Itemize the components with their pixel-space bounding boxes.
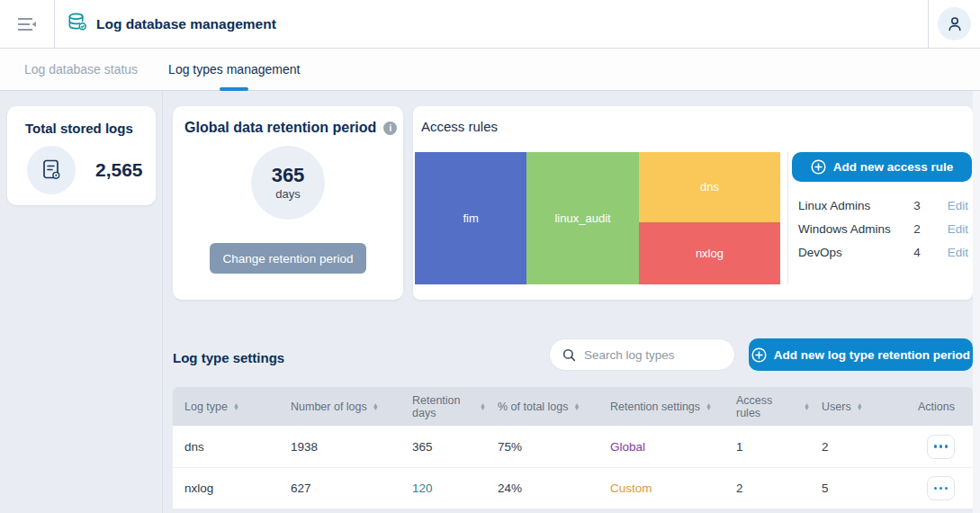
access-rules-list: Linux Admins 3 Edit Windows Admins 2 Edi…	[792, 194, 973, 264]
cell-users: 5	[810, 482, 891, 495]
column-label: Log type	[184, 400, 228, 413]
cell-actions	[891, 476, 973, 500]
cell-retention-settings: Custom	[598, 482, 724, 495]
cell-retention-settings: Global	[598, 440, 724, 454]
add-access-rule-button[interactable]: Add new access rule	[792, 152, 972, 182]
menu-collapse-icon	[16, 15, 38, 33]
sort-icon: ▲▼	[480, 403, 486, 410]
treemap-cell-linux-audit[interactable]: linux_audit	[526, 152, 639, 284]
treemap-right-column: dns nxlog	[639, 152, 780, 284]
rule-name: DevOps	[798, 246, 901, 259]
info-icon[interactable]: i	[383, 122, 397, 135]
retention-title-row: Global data retention period i	[173, 106, 403, 136]
vertical-divider	[787, 152, 788, 284]
access-rules-panel: Add new access rule Linux Admins 3 Edit …	[792, 152, 973, 264]
column-header-users[interactable]: Users ▲▼	[810, 400, 891, 413]
rule-count: 3	[901, 199, 933, 212]
column-label: Number of logs	[291, 400, 367, 413]
edit-rule-link[interactable]: Edit	[933, 246, 973, 259]
sort-icon: ▲▼	[373, 403, 379, 410]
sidebar-toggle-button[interactable]	[16, 15, 38, 33]
total-stored-logs-row: 2,565	[7, 146, 156, 194]
column-header-number-of-logs[interactable]: Number of logs ▲▼	[279, 400, 400, 413]
column-label: Users	[822, 400, 851, 413]
main-content: Global data retention period i 365 days …	[163, 91, 980, 513]
total-stored-logs-title: Total stored logs	[7, 106, 156, 136]
brand: Log database management	[67, 12, 276, 36]
edit-rule-link[interactable]: Edit	[933, 199, 973, 212]
column-label: Retention settings	[610, 400, 700, 413]
column-label: Retention days	[412, 394, 474, 419]
access-rules-title: Access rules	[421, 119, 498, 134]
log-file-icon	[27, 146, 76, 194]
plus-circle-icon	[751, 347, 767, 363]
cell-number-of-logs: 627	[279, 482, 400, 495]
tab-log-database-status[interactable]: Log database status	[24, 49, 138, 90]
access-rule-row: Windows Admins 2 Edit	[792, 217, 973, 240]
treemap-label: nxlog	[696, 247, 724, 260]
log-type-table: Log type ▲▼ Number of logs ▲▼ Retention …	[173, 387, 973, 508]
column-header-retention-days[interactable]: Retention days ▲▼	[400, 394, 486, 419]
retention-value: 365	[272, 165, 305, 186]
retention-title: Global data retention period	[184, 120, 376, 136]
tab-label: Log types management	[168, 62, 300, 76]
access-rule-row: Linux Admins 3 Edit	[792, 194, 973, 217]
scrollbar-track[interactable]	[973, 91, 980, 513]
add-log-type-button[interactable]: Add new log type retention period	[749, 338, 973, 371]
column-header-access-rules[interactable]: Access rules ▲▼	[724, 394, 810, 419]
page-title: Log database management	[96, 16, 276, 32]
column-header-pct-of-total-logs[interactable]: % of total logs ▲▼	[486, 400, 598, 413]
plus-circle-icon	[811, 159, 826, 175]
cell-pct-of-total-logs: 24%	[486, 482, 598, 495]
treemap-cell-fim[interactable]: fim	[415, 152, 526, 284]
search-icon	[562, 348, 576, 362]
retention-circle: 365 days	[251, 146, 325, 220]
log-type-settings-title: Log type settings	[173, 350, 284, 365]
change-retention-button[interactable]: Change retention period	[210, 243, 366, 274]
treemap-cell-dns[interactable]: dns	[639, 152, 780, 222]
add-log-type-label: Add new log type retention period	[774, 348, 970, 362]
treemap-label: fim	[463, 212, 478, 225]
edit-rule-link[interactable]: Edit	[933, 222, 973, 236]
global-retention-card: Global data retention period i 365 days …	[173, 106, 403, 300]
total-stored-logs-value: 2,565	[95, 159, 143, 181]
user-menu-button[interactable]	[938, 7, 971, 40]
cell-access-rules: 1	[724, 440, 810, 454]
rule-count: 2	[901, 222, 933, 236]
retention-unit: days	[275, 187, 300, 201]
treemap-cell-nxlog[interactable]: nxlog	[639, 222, 780, 284]
cell-retention-days: 365	[400, 440, 486, 454]
sidebar-toggle-area	[0, 0, 55, 48]
tab-log-types-management[interactable]: Log types management	[168, 49, 300, 90]
sort-icon: ▲▼	[233, 403, 239, 410]
table-row-nxlog: nxlog 627 120 24% Custom 2 5	[173, 467, 973, 508]
column-header-log-type[interactable]: Log type ▲▼	[173, 400, 279, 413]
user-icon	[946, 15, 964, 33]
add-access-rule-label: Add new access rule	[833, 160, 954, 174]
row-actions-button[interactable]	[927, 435, 955, 459]
rule-count: 4	[901, 246, 933, 259]
treemap-label: linux_audit	[554, 212, 610, 225]
database-icon	[67, 12, 87, 36]
app-root: Log database management Log database sta…	[0, 0, 980, 513]
cell-log-type: dns	[173, 440, 279, 454]
column-header-retention-settings[interactable]: Retention settings ▲▼	[598, 400, 724, 413]
tab-bar: Log database status Log types management	[0, 49, 980, 91]
cell-retention-days: 120	[400, 482, 486, 495]
column-label: Actions	[918, 400, 955, 413]
treemap-label: dns	[700, 180, 719, 194]
search-input[interactable]	[584, 348, 710, 362]
top-header: Log database management	[0, 0, 980, 49]
cell-actions	[891, 435, 973, 459]
column-label: % of total logs	[498, 400, 569, 413]
row-actions-button[interactable]	[927, 476, 955, 500]
table-row-dns: dns 1938 365 75% Global 1 2	[173, 426, 973, 467]
cell-access-rules: 2	[724, 482, 810, 495]
total-stored-logs-card: Total stored logs 2,565	[7, 106, 156, 205]
column-header-actions: Actions	[891, 400, 973, 413]
sort-icon: ▲▼	[574, 403, 580, 410]
rule-name: Linux Admins	[798, 199, 901, 212]
cell-number-of-logs: 1938	[279, 440, 400, 454]
tab-label: Log database status	[24, 62, 138, 76]
sort-icon: ▲▼	[706, 403, 712, 410]
